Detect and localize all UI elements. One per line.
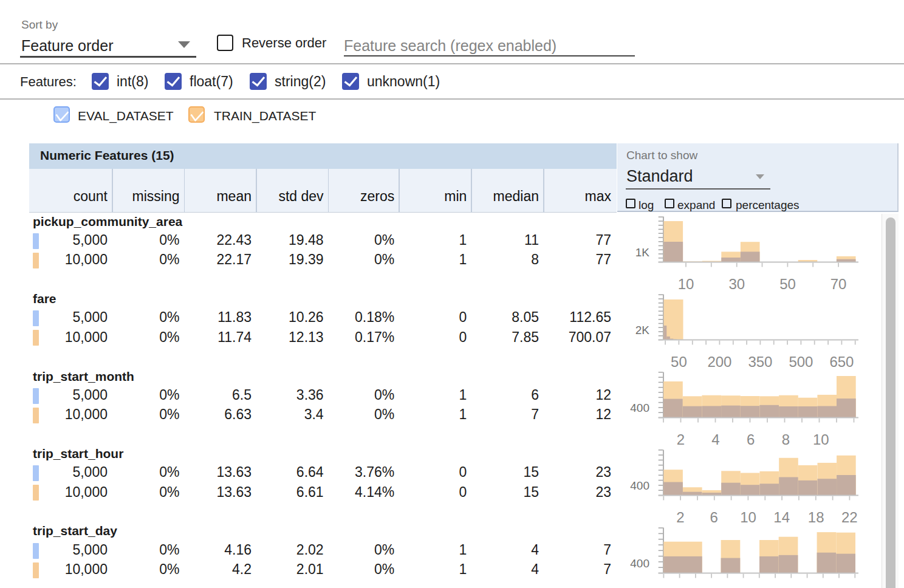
svg-text:8: 8: [782, 431, 790, 448]
svg-text:18: 18: [808, 509, 824, 525]
svg-text:50: 50: [779, 276, 796, 292]
svg-text:10: 10: [813, 431, 829, 448]
svg-text:650: 650: [829, 354, 854, 370]
svg-text:6: 6: [710, 509, 718, 525]
svg-text:10: 10: [678, 276, 694, 292]
svg-text:500: 500: [789, 354, 813, 370]
svg-text:10: 10: [740, 509, 756, 525]
svg-text:6: 6: [747, 431, 755, 448]
svg-text:14: 14: [773, 509, 790, 525]
svg-text:400: 400: [630, 557, 649, 570]
svg-text:2K: 2K: [635, 324, 650, 337]
svg-text:1K: 1K: [635, 246, 650, 259]
svg-text:30: 30: [728, 276, 745, 292]
svg-text:4: 4: [711, 431, 719, 448]
svg-text:70: 70: [830, 276, 847, 292]
svg-text:2: 2: [676, 509, 684, 525]
svg-text:50: 50: [671, 354, 687, 370]
svg-text:22: 22: [841, 509, 858, 525]
svg-text:2: 2: [677, 431, 685, 448]
svg-text:400: 400: [630, 479, 649, 492]
svg-text:200: 200: [707, 354, 731, 370]
svg-text:400: 400: [630, 402, 649, 414]
svg-text:350: 350: [748, 354, 772, 370]
